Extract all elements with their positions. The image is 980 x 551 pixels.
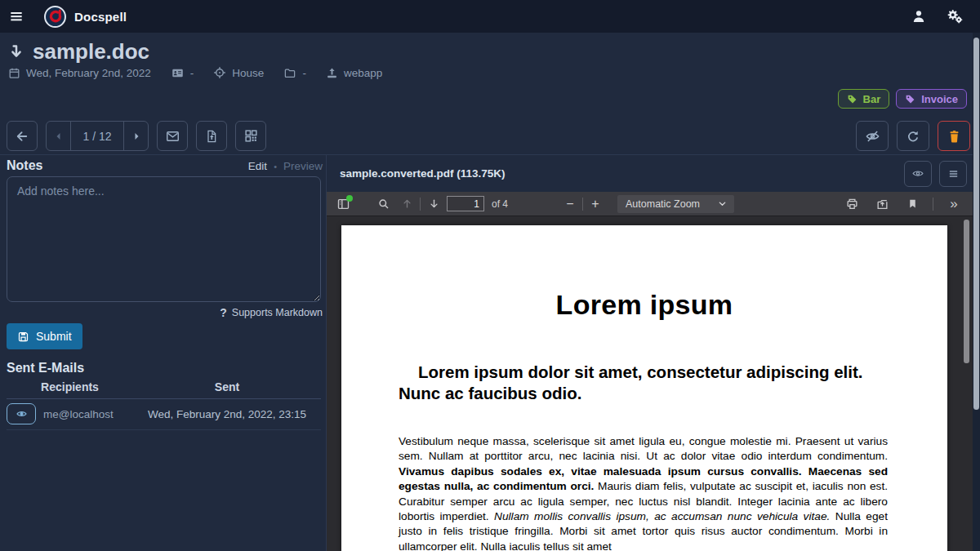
item-toolbar-left: 1 / 12 bbox=[7, 121, 266, 151]
dot-separator: • bbox=[274, 162, 277, 171]
table-row: me@localhost Wed, February 2nd, 2022, 23… bbox=[7, 399, 321, 430]
meta-folder: - bbox=[283, 67, 306, 79]
id-card-icon bbox=[171, 67, 185, 79]
envelope-icon bbox=[165, 129, 180, 144]
calendar-icon bbox=[8, 67, 20, 79]
notes-input[interactable] bbox=[7, 176, 321, 302]
markdown-hint: ? Supports Markdown bbox=[220, 306, 323, 319]
email-sent-date: Wed, February 2nd, 2022, 23:15 bbox=[133, 408, 321, 420]
page-scrollbar-track[interactable] bbox=[973, 33, 980, 551]
page-title: sample.doc bbox=[33, 39, 149, 64]
document-title-row: sample.doc bbox=[8, 39, 149, 64]
notes-preview-link[interactable]: Preview bbox=[283, 160, 323, 172]
notes-sidebar: Notes Edit • Preview ? Supports Markdown… bbox=[0, 155, 326, 551]
pdf-search-button[interactable] bbox=[374, 194, 394, 214]
zoom-level-select[interactable]: Automatic Zoom bbox=[617, 195, 734, 213]
save-icon bbox=[17, 331, 29, 343]
add-file-button[interactable] bbox=[196, 121, 227, 151]
chevron-down-icon bbox=[718, 199, 727, 208]
back-button[interactable] bbox=[7, 121, 38, 151]
folder-icon bbox=[283, 67, 296, 79]
tag-icon bbox=[905, 94, 915, 104]
toolbar-separator bbox=[582, 198, 583, 211]
view-email-button[interactable] bbox=[7, 403, 36, 424]
app-name: Docspell bbox=[74, 10, 127, 24]
question-mark-icon[interactable]: ? bbox=[220, 306, 227, 319]
top-navbar: Docspell bbox=[0, 0, 980, 33]
pdf-page-count: of 4 bbox=[492, 198, 508, 210]
pdf-page-1: Lorem ipsum Lorem ipsum dolor sit amet, … bbox=[341, 225, 947, 551]
email-recipient: me@localhost bbox=[43, 408, 114, 420]
reprocess-button[interactable] bbox=[897, 121, 929, 151]
upload-icon bbox=[326, 67, 338, 79]
docspell-item-page: Docspell sample.doc Wed, February 2nd, 2… bbox=[0, 0, 980, 551]
redo-icon bbox=[906, 129, 920, 144]
pdf-page-up-button[interactable] bbox=[397, 194, 416, 214]
submit-notes-button[interactable]: Submit bbox=[7, 323, 82, 349]
zoom-out-button[interactable]: − bbox=[563, 197, 577, 211]
download-icon[interactable] bbox=[872, 194, 892, 214]
page-scrollbar-thumb[interactable] bbox=[973, 38, 979, 410]
column-recipients: Recipients bbox=[7, 380, 133, 393]
pdf-doc-paragraph: Vestibulum neque massa, scelerisque sit … bbox=[341, 434, 947, 551]
bookmark-icon[interactable] bbox=[902, 194, 922, 214]
arrow-left-icon bbox=[15, 129, 29, 144]
pdf-doc-subtitle: Lorem ipsum dolor sit amet, consectetur … bbox=[341, 362, 947, 404]
pdf-doc-title: Lorem ipsum bbox=[341, 289, 947, 321]
tag-bar[interactable]: Bar bbox=[838, 89, 890, 109]
hamburger-icon bbox=[8, 8, 24, 24]
sidebar-notification-dot bbox=[346, 195, 353, 202]
attachment-menu-button[interactable] bbox=[939, 161, 967, 187]
tags-row: Bar Invoice bbox=[838, 89, 967, 109]
meta-correspondent: - bbox=[171, 67, 194, 79]
tag-invoice[interactable]: Invoice bbox=[896, 89, 967, 109]
eye-icon bbox=[911, 167, 924, 180]
notes-edit-link[interactable]: Edit bbox=[248, 160, 267, 172]
zoom-in-button[interactable]: + bbox=[588, 197, 603, 211]
pdf-viewer[interactable]: Lorem ipsum Lorem ipsum dolor sit amet, … bbox=[327, 216, 973, 551]
crosshair-icon bbox=[213, 66, 226, 79]
navbar-right bbox=[910, 7, 980, 25]
unconfirm-button[interactable] bbox=[856, 121, 889, 151]
settings-gears-icon[interactable] bbox=[946, 7, 964, 25]
pdf-sidebar-toggle-button[interactable] bbox=[333, 194, 353, 214]
sent-emails-heading: Sent E-Mails bbox=[7, 361, 84, 375]
trash-icon bbox=[947, 129, 961, 144]
docspell-logo-icon bbox=[44, 6, 66, 28]
print-icon[interactable] bbox=[842, 194, 862, 214]
eye-icon bbox=[16, 408, 28, 420]
pdf-panel-header: sample.converted.pdf (113.75K) bbox=[327, 155, 973, 192]
pagination-label: 1 / 12 bbox=[71, 122, 123, 150]
menu-toggle-button[interactable] bbox=[0, 0, 33, 33]
preview-toggle-button[interactable] bbox=[904, 161, 932, 187]
delete-item-button[interactable] bbox=[938, 121, 970, 151]
file-upload-icon bbox=[205, 129, 218, 144]
download-arrow-icon[interactable] bbox=[8, 42, 24, 62]
notes-header: Notes Edit • Preview bbox=[7, 158, 323, 173]
toolbar-separator bbox=[933, 198, 933, 211]
app-logo[interactable]: Docspell bbox=[44, 6, 127, 28]
eye-slash-icon bbox=[865, 129, 880, 144]
document-meta-row: Wed, February 2nd, 2022 - House - bbox=[8, 66, 382, 79]
item-pagination: 1 / 12 bbox=[46, 121, 149, 151]
send-mail-button[interactable] bbox=[157, 121, 188, 151]
pdf-scrollbar-thumb[interactable] bbox=[964, 220, 969, 363]
sent-emails-table-header: Recipients Sent bbox=[7, 380, 321, 399]
column-sent: Sent bbox=[133, 380, 321, 393]
pdfjs-toolbar: of 4 − + Automatic Zoom bbox=[327, 192, 973, 216]
pdf-page-number-input[interactable] bbox=[447, 196, 484, 211]
bars-icon bbox=[947, 168, 960, 180]
prev-item-button[interactable] bbox=[47, 122, 71, 150]
meta-concerning: House bbox=[213, 66, 264, 79]
toolbar-more-button[interactable]: » bbox=[944, 194, 964, 214]
pdf-panel: sample.converted.pdf (113.75K) bbox=[327, 155, 973, 551]
user-account-icon[interactable] bbox=[910, 7, 928, 25]
qr-code-button[interactable] bbox=[235, 121, 266, 151]
tag-icon bbox=[847, 94, 858, 104]
pdf-page-down-button[interactable] bbox=[424, 194, 443, 214]
pdf-filename: sample.converted.pdf (113.75K) bbox=[340, 167, 506, 180]
next-item-button[interactable] bbox=[123, 122, 148, 150]
toolbar-separator bbox=[420, 198, 421, 211]
meta-date: Wed, February 2nd, 2022 bbox=[8, 67, 151, 79]
qrcode-icon bbox=[244, 129, 258, 143]
